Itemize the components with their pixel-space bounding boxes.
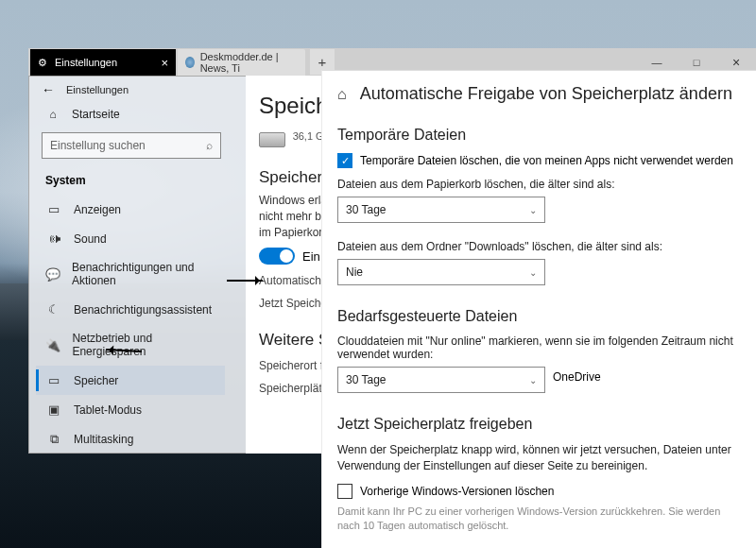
- combo-value: Nie: [346, 265, 363, 279]
- nav-label: Anzeigen: [74, 203, 121, 216]
- hint-prev-windows: Damit kann Ihr PC zu einer vorherigen Wi…: [337, 505, 741, 533]
- nav-label: Benachrichtigungen und Aktionen: [72, 261, 215, 287]
- disk-icon: [259, 132, 285, 147]
- home-icon[interactable]: ⌂: [337, 86, 347, 103]
- cloud-provider-label: OneDrive: [553, 370, 601, 384]
- tablet-icon: ▣: [45, 402, 62, 417]
- combo-value: 30 Tage: [346, 373, 387, 386]
- dialog-title: Automatische Freigabe von Speicherplatz …: [360, 84, 732, 104]
- toggle-switch-on[interactable]: [259, 248, 295, 265]
- checkbox-unchecked-icon[interactable]: [337, 484, 352, 499]
- search-placeholder: Einstellung suchen: [50, 139, 146, 152]
- storage-sense-dialog: ⌂ Automatische Freigabe von Speicherplat…: [321, 70, 756, 548]
- checkbox-prev-windows[interactable]: Vorherige Windows-Versionen löschen: [337, 484, 741, 499]
- display-icon: ▭: [45, 202, 62, 216]
- sidebar-item-sound[interactable]: 🕪Sound: [36, 224, 225, 253]
- toggle-label: Ein: [302, 249, 320, 264]
- storage-icon: ▭: [45, 373, 62, 387]
- multitasking-icon: ⧉: [45, 432, 62, 447]
- checkbox-label: Vorherige Windows-Versionen löschen: [360, 484, 554, 499]
- sidebar-item-anzeigen[interactable]: ▭Anzeigen: [36, 195, 225, 224]
- combo-recycle-age[interactable]: 30 Tage ⌄: [337, 197, 545, 223]
- nav-label: Speicher: [74, 374, 118, 387]
- annotation-arrow: [227, 280, 263, 282]
- checkbox-delete-temp[interactable]: ✓ Temporäre Dateien löschen, die von mei…: [337, 153, 741, 168]
- nav-label: Tablet-Modus: [74, 403, 142, 417]
- gear-icon: ⚙: [38, 57, 49, 68]
- label-downloads-age: Dateien aus dem Ordner "Downloads" lösch…: [337, 240, 741, 253]
- home-label: Startseite: [72, 108, 120, 121]
- body-free-now: Wenn der Speicherplatz knapp wird, könne…: [337, 442, 741, 474]
- chevron-down-icon: ⌄: [529, 267, 537, 278]
- tab-label: Deskmodder.de | News, Ti: [200, 51, 298, 74]
- nav-label: Netzbetrieb und Energiesparen: [72, 332, 215, 358]
- section-free-now: Jetzt Speicherplatz freigeben: [337, 416, 741, 433]
- settings-header: Einstellungen: [66, 84, 255, 95]
- power-icon: 🔌: [45, 338, 60, 352]
- tab-label: Einstellungen: [55, 57, 117, 68]
- combo-downloads-age[interactable]: Nie ⌄: [337, 259, 545, 285]
- back-button[interactable]: ←: [42, 82, 55, 97]
- moon-icon: ☾: [45, 302, 62, 317]
- combo-cloud-age[interactable]: 30 Tage ⌄: [337, 367, 545, 393]
- checkbox-checked-icon[interactable]: ✓: [337, 153, 352, 168]
- chevron-down-icon: ⌄: [529, 205, 537, 215]
- sound-icon: 🕪: [45, 231, 62, 246]
- sidebar-item-tablet[interactable]: ▣Tablet-Modus: [36, 395, 225, 424]
- section-ondemand: Bedarfsgesteuerte Dateien: [337, 308, 741, 325]
- sidebar-item-benachrichtigungen[interactable]: 💬Benachrichtigungen und Aktionen: [36, 253, 225, 295]
- nav-list: ▭Anzeigen 🕪Sound 💬Benachrichtigungen und…: [36, 195, 225, 454]
- nav-label: Sound: [74, 232, 107, 246]
- category-header: System: [36, 168, 225, 195]
- nav-label: Multitasking: [74, 433, 133, 446]
- search-input[interactable]: Einstellung suchen ⌕: [42, 132, 221, 159]
- home-icon: ⌂: [45, 108, 60, 121]
- nav-label: Benachrichtigungsassistent: [74, 303, 212, 317]
- notifications-icon: 💬: [45, 267, 60, 282]
- close-icon[interactable]: ×: [161, 56, 168, 70]
- site-favicon: [185, 57, 195, 68]
- search-icon: ⌕: [206, 139, 213, 152]
- sidebar-item-power[interactable]: 🔌Netzbetrieb und Energiesparen: [36, 324, 225, 366]
- sidebar-item-focus-assist[interactable]: ☾Benachrichtigungsassistent: [36, 295, 225, 324]
- sidebar-item-speicher[interactable]: ▭Speicher: [36, 366, 225, 395]
- label-recycle-age: Dateien aus dem Papierkorb löschen, die …: [337, 178, 741, 191]
- label-cloud: Clouddateien mit "Nur online" markieren,…: [337, 334, 741, 361]
- sidebar-item-multitasking[interactable]: ⧉Multitasking: [36, 424, 225, 454]
- combo-value: 30 Tage: [346, 203, 387, 216]
- chevron-down-icon: ⌄: [529, 375, 537, 385]
- sidebar-home[interactable]: ⌂ Startseite: [36, 102, 225, 127]
- tab-deskmodder[interactable]: Deskmodder.de | News, Ti: [178, 49, 305, 76]
- tab-settings[interactable]: ⚙ Einstellungen ×: [30, 49, 176, 76]
- checkbox-label: Temporäre Dateien löschen, die von meine…: [360, 153, 733, 168]
- section-temp-files: Temporäre Dateien: [337, 127, 741, 144]
- settings-sidebar: ⌂ Startseite Einstellung suchen ⌕ System…: [36, 102, 225, 454]
